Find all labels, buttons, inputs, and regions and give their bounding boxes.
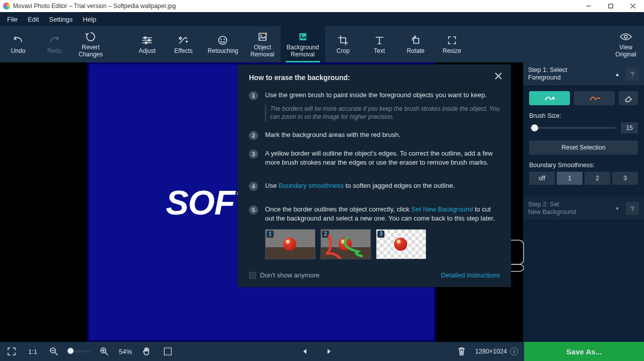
svg-point-8 — [260, 35, 262, 36]
tutorial-thumb-2: 2 — [320, 229, 371, 259]
popup-close-button[interactable] — [493, 70, 504, 82]
step-2-header[interactable]: Step 2: Set New Background ▼ ? — [523, 197, 644, 221]
popup-step-1-hint: The borders will be more accurate if you… — [265, 105, 500, 121]
collapse-up-icon: ▲ — [615, 71, 620, 77]
undo-icon — [12, 34, 25, 47]
boundary-smoothness-link[interactable]: Boundary smoothness — [279, 182, 344, 189]
background-removal-button[interactable]: Background Removal — [281, 26, 325, 62]
svg-point-4 — [219, 36, 227, 44]
brush-size-label: Brush Size: — [529, 112, 638, 119]
redo-button[interactable]: Redo — [36, 26, 73, 62]
adjust-icon — [141, 34, 154, 47]
image-dimensions: 1280×1024 i — [475, 347, 518, 355]
save-as-button[interactable]: Save As... — [524, 342, 644, 361]
menu-settings[interactable]: Settings — [44, 14, 78, 25]
eye-icon — [619, 30, 633, 43]
popup-step-3: A yellow border will outline the object'… — [265, 149, 500, 167]
redo-icon — [48, 34, 61, 47]
help-popup: How to erase the background: 1 Use the g… — [238, 64, 511, 287]
popup-step-1: Use the green brush to paint inside the … — [265, 91, 500, 121]
tutorial-thumb-3: 3 — [376, 229, 426, 259]
menu-file[interactable]: File — [2, 14, 23, 25]
adjust-label: Adjust — [139, 48, 155, 55]
zoom-out-button[interactable] — [46, 342, 61, 361]
info-icon[interactable]: i — [510, 347, 518, 355]
text-icon — [373, 34, 386, 47]
set-new-background-link[interactable]: Set New Background — [411, 205, 473, 213]
rotate-button[interactable]: Rotate — [398, 26, 434, 62]
svg-rect-0 — [609, 4, 613, 8]
right-panel: Step 1: Select Foreground ▲ ? Brush Size… — [523, 62, 644, 342]
menu-help[interactable]: Help — [78, 14, 101, 25]
dont-show-checkbox[interactable]: Don't show anymore — [249, 271, 319, 279]
zoom-slider[interactable] — [68, 350, 91, 352]
retouching-label: Retouching — [208, 48, 238, 55]
brush-subtract-button[interactable] — [574, 91, 615, 105]
next-image-button[interactable] — [321, 342, 337, 361]
delete-button[interactable] — [454, 342, 469, 361]
background-removal-icon — [296, 30, 309, 43]
undo-button[interactable]: Undo — [0, 26, 36, 62]
boundary-2[interactable]: 2 — [585, 172, 610, 185]
step-badge-4: 4 — [249, 182, 258, 191]
svg-rect-15 — [164, 348, 171, 355]
step-1-title: Step 1: Select Foreground — [528, 66, 611, 82]
view-original-button[interactable]: View Original — [608, 26, 644, 62]
popup-title: How to erase the background: — [249, 74, 500, 82]
boundary-smoothness-label: Boundary Smoothness: — [529, 162, 638, 169]
actual-size-button[interactable]: 1:1 — [25, 342, 40, 361]
step-2-title: Step 2: Set New Background — [528, 201, 611, 216]
brush-add-button[interactable] — [529, 91, 570, 105]
revert-icon — [84, 30, 97, 43]
resize-button[interactable]: Resize — [434, 26, 470, 62]
close-window-button[interactable] — [622, 0, 644, 12]
help-step-2-button[interactable]: ? — [626, 202, 639, 215]
effects-icon — [177, 34, 190, 47]
menu-edit[interactable]: Edit — [23, 14, 44, 25]
brush-size-value[interactable]: 15 — [621, 122, 638, 133]
expand-down-icon: ▼ — [615, 206, 620, 211]
popup-step-5: Once the border outlines the object corr… — [265, 205, 500, 259]
text-label: Text — [374, 48, 385, 55]
brush-size-slider[interactable] — [529, 127, 616, 129]
background-removal-label: Background Removal — [287, 44, 319, 58]
minimize-button[interactable] — [577, 0, 600, 12]
boundary-1[interactable]: 1 — [557, 172, 583, 185]
text-button[interactable]: Text — [361, 26, 398, 62]
step-1-header[interactable]: Step 1: Select Foreground ▲ ? — [523, 62, 644, 86]
previous-image-button[interactable] — [297, 342, 312, 361]
undo-label: Undo — [11, 48, 26, 55]
effects-button[interactable]: Effects — [165, 26, 202, 62]
popup-step-2: Mark the background areas with the red b… — [265, 130, 401, 140]
svg-point-6 — [224, 39, 225, 40]
object-removal-label: Object Removal — [250, 44, 274, 58]
revert-changes-button[interactable]: Revert Changes — [73, 26, 109, 62]
crop-label: Crop — [337, 48, 350, 55]
boundary-3[interactable]: 3 — [612, 172, 638, 185]
detailed-instructions-link[interactable]: Detailed instructions — [441, 271, 500, 279]
step-badge-5: 5 — [249, 205, 258, 214]
maximize-button[interactable] — [600, 0, 622, 12]
object-removal-icon — [256, 30, 269, 43]
help-step-1-button[interactable]: ? — [626, 67, 639, 81]
menubar: File Edit Settings Help — [0, 12, 644, 26]
app-logo-icon — [3, 3, 10, 10]
adjust-button[interactable]: Adjust — [129, 26, 165, 62]
tutorial-thumb-1: 1 — [265, 229, 315, 259]
hand-tool-button[interactable] — [139, 342, 154, 361]
toolbar: Undo Redo Revert Changes Adjust Effects … — [0, 26, 644, 62]
step-badge-2: 2 — [249, 131, 258, 140]
resize-label: Resize — [442, 48, 461, 55]
eraser-button[interactable] — [619, 91, 638, 105]
crop-button[interactable]: Crop — [325, 26, 361, 62]
boundary-off[interactable]: off — [529, 172, 555, 185]
zoom-in-button[interactable] — [97, 342, 112, 361]
marquee-button[interactable] — [160, 342, 175, 361]
retouching-button[interactable]: Retouching — [202, 26, 244, 62]
fit-screen-button[interactable] — [4, 342, 19, 361]
reset-selection-button[interactable]: Reset Selection — [529, 140, 638, 155]
popup-step-4: Use Boundary smoothness to soften jagged… — [265, 181, 455, 191]
svg-point-12 — [624, 35, 627, 38]
object-removal-button[interactable]: Object Removal — [244, 26, 281, 62]
step-badge-3: 3 — [249, 150, 258, 159]
